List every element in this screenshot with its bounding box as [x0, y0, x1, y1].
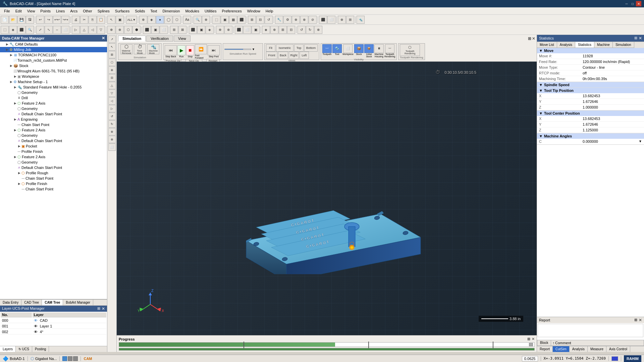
layer-row-001[interactable]: 001 👁 Layer 1 — [1, 324, 106, 329]
vert-btn-14[interactable]: ⊗ — [108, 136, 116, 143]
tb-redo2[interactable]: ↪↪ — [61, 16, 69, 24]
sim-tab-close[interactable]: ✕ — [532, 36, 535, 41]
tb2-3[interactable]: ⬛ — [17, 26, 25, 34]
menu-help[interactable]: Help — [263, 8, 276, 14]
move-section-header[interactable]: ▼ Move — [537, 48, 644, 53]
vert-btn-3[interactable]: ⊞ — [108, 51, 116, 58]
maximize-button[interactable]: □ — [630, 1, 635, 6]
tb2-12[interactable]: ▽ — [97, 26, 105, 34]
tree-item-profilefinish2[interactable]: ▶ ⬡ Profile Finish — [0, 181, 107, 186]
tab-posting[interactable]: Posting — [32, 346, 49, 352]
tab-machine[interactable]: Machine — [594, 42, 613, 48]
stop-button[interactable]: ⏹ — [186, 45, 194, 55]
tb2-15[interactable]: ⬡ — [124, 26, 132, 34]
tb-cam[interactable]: 🔩 — [357, 16, 365, 24]
tb-snap1[interactable]: ⊕ — [139, 16, 147, 24]
spindle-section-header[interactable]: ▼ Spindle Speed — [537, 82, 644, 87]
tb-ex2[interactable]: ⬜ — [327, 16, 335, 24]
tree-item-material[interactable]: ⬜ Wrought Alum 6061-T6, T651 (95 HB) — [0, 68, 107, 74]
tab-verification[interactable]: Verification — [146, 36, 173, 42]
tb-paste[interactable]: 📋 — [97, 16, 105, 24]
tb-ex4[interactable]: ⊞ — [346, 16, 354, 24]
tb-snap4[interactable]: ◯ — [164, 16, 172, 24]
vert-btn-6[interactable]: ⊟ — [108, 74, 116, 81]
tb-all[interactable]: ALL▼ — [126, 16, 137, 24]
tool-vis-btn[interactable]: 🔩 — [332, 44, 342, 53]
tree-item-feat2ax1[interactable]: ▶ ⬡ Feature 2 Axis — [0, 101, 107, 106]
tb2-22[interactable]: ⬛ — [189, 26, 197, 34]
tb2-1[interactable]: ⬚ — [1, 26, 9, 34]
tb-more2[interactable]: ⊟ — [256, 16, 264, 24]
br-tab-analysis[interactable]: Analysis — [570, 346, 588, 352]
layer-row-002[interactable]: 002 👁 4° — [1, 329, 106, 335]
tb-undo2[interactable]: ↩↩ — [53, 16, 61, 24]
tree-item-chain-finish[interactable]: — Chain Start Point — [0, 186, 107, 192]
toolpath-render-btn[interactable]: 〰 — [385, 44, 394, 53]
layer-close[interactable]: ✕ — [102, 306, 105, 311]
menu-solids[interactable]: Solids — [132, 8, 148, 14]
tree-item-tormach[interactable]: ▶ 🖥 TORMACH PCNC1100 — [0, 52, 107, 58]
tree-item-geo4[interactable]: ◯ Geometry — [0, 160, 107, 165]
tab-ucs[interactable]: ↻ UCS — [16, 346, 32, 352]
tb-zoom1[interactable]: 🔍 — [194, 16, 202, 24]
tb2-18[interactable]: ▣ — [151, 26, 159, 34]
tb-redo[interactable]: ↪ — [45, 16, 53, 24]
tb2-34[interactable]: ↺ — [298, 26, 306, 34]
tb2-30[interactable]: ◈ — [262, 26, 270, 34]
menu-modules[interactable]: Modules — [182, 8, 202, 14]
tb-undo[interactable]: ↩ — [36, 16, 44, 24]
menu-edit[interactable]: Edit — [13, 8, 24, 14]
tb-select[interactable]: ↖ — [107, 16, 115, 24]
tb2-27[interactable]: ⬛ — [235, 26, 243, 34]
tb2-35[interactable]: ↻ — [306, 26, 314, 34]
stats-close[interactable]: ✕ — [639, 36, 642, 41]
isometric-button[interactable]: Isometric — [276, 44, 293, 52]
menu-surfaces[interactable]: Surfaces — [112, 8, 132, 14]
run-button[interactable]: ▶ — [177, 45, 185, 55]
vert-btn-7[interactable]: △ — [108, 82, 116, 89]
vert-btn-5[interactable]: ⊕ — [108, 66, 116, 74]
tb-ex3[interactable]: ⊕ — [338, 16, 346, 24]
tree-item-post[interactable]: 📄 Tormach_re3d_custom.MillPst — [0, 58, 107, 63]
vert-btn-2[interactable]: ↖ — [108, 43, 116, 51]
tool-tip-header[interactable]: ▼ Tool Tip Position — [537, 88, 644, 93]
tree-item-profilerough[interactable]: ▶ ⬡ Profile Rough — [0, 170, 107, 176]
tab-analysis[interactable]: Analysis — [557, 42, 575, 48]
tb-zoom2[interactable]: ⊕ — [202, 16, 210, 24]
tab-cam-tree[interactable]: CAM Tree — [42, 300, 63, 305]
tb-save[interactable]: 💾 — [17, 16, 25, 24]
tb2-29[interactable]: ▣ — [252, 26, 260, 34]
close-button[interactable]: ✕ — [636, 1, 641, 6]
tb-open[interactable]: 📂 — [9, 16, 17, 24]
tb-more3[interactable]: ↺ — [265, 16, 273, 24]
tool-center-header[interactable]: ▼ Tool Center Position — [537, 111, 644, 116]
cam-tree-area[interactable]: ▶ 🔧 CAM Defaults ▶ ⚙ Milling Job ▶ 🖥 TOR… — [0, 42, 107, 299]
tb2-7[interactable]: ↔ — [53, 26, 61, 34]
report-sort-icon[interactable]: ↑ — [552, 341, 554, 345]
menu-preferences[interactable]: Preferences — [219, 8, 244, 14]
tb-v2[interactable]: ▣ — [221, 16, 229, 24]
status-item1[interactable]: BobAD-1 — [10, 357, 25, 361]
tree-item-stock[interactable]: ▶ 📦 Stock — [0, 63, 107, 68]
tree-item-engrave[interactable]: ▶ A Engraving — [0, 117, 107, 122]
tb2-19[interactable]: ⬜ — [160, 26, 168, 34]
fit-button[interactable]: Fit — [266, 44, 275, 52]
vert-btn-15[interactable]: ⬜ — [108, 143, 116, 151]
minimize-button[interactable]: ─ — [624, 1, 629, 6]
tb2-31[interactable]: ⊕ — [270, 26, 278, 34]
stock-vis-btn[interactable]: 📦 — [354, 44, 364, 53]
tb-m2[interactable]: ⚙ — [283, 16, 291, 24]
tb-m3[interactable]: ⊕ — [292, 16, 300, 24]
menu-arcs[interactable]: Arcs — [67, 8, 80, 14]
tb2-13[interactable]: ⊕ — [107, 26, 115, 34]
tb2-25[interactable]: ⊕ — [216, 26, 224, 34]
vert-btn-8[interactable]: ▽ — [108, 89, 116, 97]
front-button[interactable]: Front — [266, 52, 277, 59]
time-mode-btn[interactable]: ⏱ TimeMode — [134, 44, 146, 54]
menu-dimension[interactable]: Dimension — [160, 8, 182, 14]
tree-item-geo3[interactable]: ◯ Geometry — [0, 133, 107, 138]
report-textarea[interactable] — [538, 324, 643, 337]
vert-btn-13[interactable]: ⊕ — [108, 128, 116, 135]
tb-cut[interactable]: ✂ — [80, 16, 88, 24]
tb-v1[interactable]: ⬚ — [212, 16, 220, 24]
